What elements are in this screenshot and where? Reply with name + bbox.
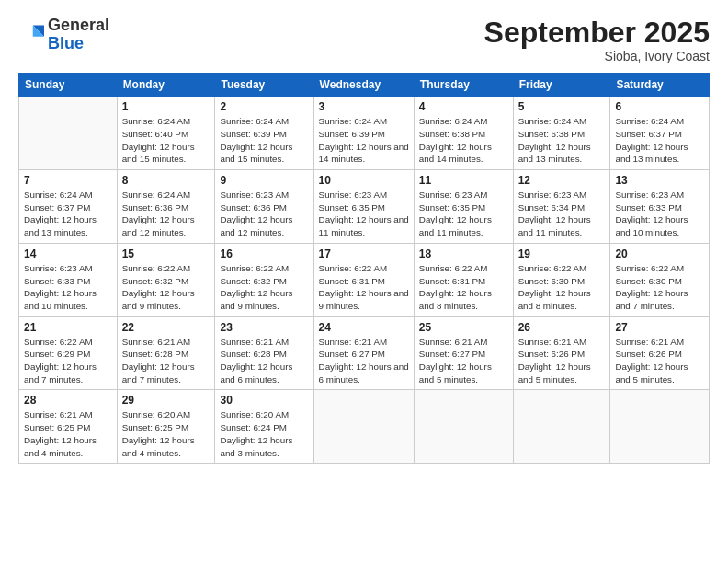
table-row: 28Sunrise: 6:21 AM Sunset: 6:25 PM Dayli… bbox=[19, 390, 118, 464]
table-row: 25Sunrise: 6:21 AM Sunset: 6:27 PM Dayli… bbox=[414, 316, 513, 390]
day-number: 11 bbox=[419, 174, 508, 187]
calendar-week-row: 7Sunrise: 6:24 AM Sunset: 6:37 PM Daylig… bbox=[19, 170, 710, 244]
day-info: Sunrise: 6:24 AM Sunset: 6:40 PM Dayligh… bbox=[122, 115, 210, 166]
table-row: 16Sunrise: 6:22 AM Sunset: 6:32 PM Dayli… bbox=[215, 243, 313, 316]
day-info: Sunrise: 6:21 AM Sunset: 6:28 PM Dayligh… bbox=[220, 336, 308, 386]
day-info: Sunrise: 6:23 AM Sunset: 6:33 PM Dayligh… bbox=[24, 262, 112, 313]
day-info: Sunrise: 6:22 AM Sunset: 6:30 PM Dayligh… bbox=[615, 262, 704, 313]
table-row: 3Sunrise: 6:24 AM Sunset: 6:39 PM Daylig… bbox=[313, 97, 414, 170]
day-number: 20 bbox=[615, 247, 704, 260]
day-info: Sunrise: 6:24 AM Sunset: 6:37 PM Dayligh… bbox=[24, 189, 112, 239]
day-number: 29 bbox=[122, 394, 210, 407]
col-saturday: Saturday bbox=[610, 74, 710, 97]
day-number: 3 bbox=[319, 100, 409, 113]
day-number: 7 bbox=[24, 174, 112, 187]
table-row: 26Sunrise: 6:21 AM Sunset: 6:26 PM Dayli… bbox=[513, 316, 610, 390]
day-info: Sunrise: 6:24 AM Sunset: 6:37 PM Dayligh… bbox=[615, 115, 704, 166]
table-row bbox=[313, 390, 414, 464]
calendar-header-row: Sunday Monday Tuesday Wednesday Thursday… bbox=[19, 74, 710, 97]
day-number: 27 bbox=[615, 321, 704, 334]
table-row bbox=[513, 390, 610, 464]
day-number: 2 bbox=[220, 100, 308, 113]
table-row: 5Sunrise: 6:24 AM Sunset: 6:38 PM Daylig… bbox=[513, 97, 610, 170]
logo: General Blue bbox=[18, 17, 109, 53]
day-number: 9 bbox=[220, 174, 308, 187]
logo-general-text: General bbox=[48, 17, 109, 35]
day-number: 15 bbox=[122, 247, 210, 260]
table-row: 27Sunrise: 6:21 AM Sunset: 6:26 PM Dayli… bbox=[610, 316, 710, 390]
table-row: 11Sunrise: 6:23 AM Sunset: 6:35 PM Dayli… bbox=[414, 170, 513, 244]
location: Sioba, Ivory Coast bbox=[484, 49, 710, 63]
day-number: 14 bbox=[24, 247, 112, 260]
day-number: 25 bbox=[419, 321, 508, 334]
table-row: 30Sunrise: 6:20 AM Sunset: 6:24 PM Dayli… bbox=[215, 390, 313, 464]
day-number: 16 bbox=[220, 247, 308, 260]
day-info: Sunrise: 6:23 AM Sunset: 6:33 PM Dayligh… bbox=[615, 189, 704, 239]
day-number: 18 bbox=[419, 247, 508, 260]
day-info: Sunrise: 6:23 AM Sunset: 6:35 PM Dayligh… bbox=[319, 189, 409, 239]
calendar-week-row: 21Sunrise: 6:22 AM Sunset: 6:29 PM Dayli… bbox=[19, 316, 710, 390]
day-number: 10 bbox=[319, 174, 409, 187]
day-number: 4 bbox=[419, 100, 508, 113]
table-row: 14Sunrise: 6:23 AM Sunset: 6:33 PM Dayli… bbox=[19, 243, 118, 316]
day-info: Sunrise: 6:20 AM Sunset: 6:24 PM Dayligh… bbox=[220, 408, 308, 459]
day-number: 26 bbox=[518, 321, 606, 334]
table-row bbox=[19, 97, 118, 170]
day-info: Sunrise: 6:21 AM Sunset: 6:26 PM Dayligh… bbox=[615, 336, 704, 386]
calendar-week-row: 14Sunrise: 6:23 AM Sunset: 6:33 PM Dayli… bbox=[19, 243, 710, 316]
day-info: Sunrise: 6:24 AM Sunset: 6:38 PM Dayligh… bbox=[518, 115, 606, 166]
table-row: 8Sunrise: 6:24 AM Sunset: 6:36 PM Daylig… bbox=[117, 170, 215, 244]
day-info: Sunrise: 6:22 AM Sunset: 6:31 PM Dayligh… bbox=[319, 262, 409, 313]
day-number: 8 bbox=[122, 174, 210, 187]
table-row: 24Sunrise: 6:21 AM Sunset: 6:27 PM Dayli… bbox=[313, 316, 414, 390]
table-row: 29Sunrise: 6:20 AM Sunset: 6:25 PM Dayli… bbox=[117, 390, 215, 464]
col-tuesday: Tuesday bbox=[215, 74, 313, 97]
day-info: Sunrise: 6:21 AM Sunset: 6:25 PM Dayligh… bbox=[24, 408, 112, 459]
day-info: Sunrise: 6:24 AM Sunset: 6:36 PM Dayligh… bbox=[122, 189, 210, 239]
logo-blue-text: Blue bbox=[48, 34, 84, 52]
day-info: Sunrise: 6:23 AM Sunset: 6:35 PM Dayligh… bbox=[419, 189, 508, 239]
table-row: 23Sunrise: 6:21 AM Sunset: 6:28 PM Dayli… bbox=[215, 316, 313, 390]
day-number: 21 bbox=[24, 321, 112, 334]
table-row: 6Sunrise: 6:24 AM Sunset: 6:37 PM Daylig… bbox=[610, 97, 710, 170]
table-row: 2Sunrise: 6:24 AM Sunset: 6:39 PM Daylig… bbox=[215, 97, 313, 170]
day-info: Sunrise: 6:24 AM Sunset: 6:39 PM Dayligh… bbox=[220, 115, 308, 166]
logo-icon bbox=[18, 22, 44, 48]
table-row: 22Sunrise: 6:21 AM Sunset: 6:28 PM Dayli… bbox=[117, 316, 215, 390]
table-row bbox=[610, 390, 710, 464]
day-info: Sunrise: 6:24 AM Sunset: 6:38 PM Dayligh… bbox=[419, 115, 508, 166]
day-info: Sunrise: 6:22 AM Sunset: 6:32 PM Dayligh… bbox=[220, 262, 308, 313]
day-number: 23 bbox=[220, 321, 308, 334]
table-row: 18Sunrise: 6:22 AM Sunset: 6:31 PM Dayli… bbox=[414, 243, 513, 316]
table-row: 20Sunrise: 6:22 AM Sunset: 6:30 PM Dayli… bbox=[610, 243, 710, 316]
day-number: 1 bbox=[122, 100, 210, 113]
col-sunday: Sunday bbox=[19, 74, 118, 97]
day-number: 28 bbox=[24, 394, 112, 407]
table-row: 19Sunrise: 6:22 AM Sunset: 6:30 PM Dayli… bbox=[513, 243, 610, 316]
calendar-week-row: 28Sunrise: 6:21 AM Sunset: 6:25 PM Dayli… bbox=[19, 390, 710, 464]
day-number: 30 bbox=[220, 394, 308, 407]
table-row: 17Sunrise: 6:22 AM Sunset: 6:31 PM Dayli… bbox=[313, 243, 414, 316]
day-info: Sunrise: 6:22 AM Sunset: 6:32 PM Dayligh… bbox=[122, 262, 210, 313]
day-info: Sunrise: 6:21 AM Sunset: 6:27 PM Dayligh… bbox=[319, 336, 409, 386]
day-info: Sunrise: 6:24 AM Sunset: 6:39 PM Dayligh… bbox=[319, 115, 409, 166]
table-row: 4Sunrise: 6:24 AM Sunset: 6:38 PM Daylig… bbox=[414, 97, 513, 170]
day-info: Sunrise: 6:20 AM Sunset: 6:25 PM Dayligh… bbox=[122, 408, 210, 459]
day-number: 24 bbox=[319, 321, 409, 334]
day-info: Sunrise: 6:22 AM Sunset: 6:29 PM Dayligh… bbox=[24, 336, 112, 386]
day-info: Sunrise: 6:21 AM Sunset: 6:27 PM Dayligh… bbox=[419, 336, 508, 386]
day-info: Sunrise: 6:21 AM Sunset: 6:26 PM Dayligh… bbox=[518, 336, 606, 386]
table-row: 21Sunrise: 6:22 AM Sunset: 6:29 PM Dayli… bbox=[19, 316, 118, 390]
table-row: 9Sunrise: 6:23 AM Sunset: 6:36 PM Daylig… bbox=[215, 170, 313, 244]
day-info: Sunrise: 6:23 AM Sunset: 6:34 PM Dayligh… bbox=[518, 189, 606, 239]
table-row bbox=[414, 390, 513, 464]
col-thursday: Thursday bbox=[414, 74, 513, 97]
day-number: 6 bbox=[615, 100, 704, 113]
day-info: Sunrise: 6:22 AM Sunset: 6:31 PM Dayligh… bbox=[419, 262, 508, 313]
day-number: 19 bbox=[518, 247, 606, 260]
day-info: Sunrise: 6:21 AM Sunset: 6:28 PM Dayligh… bbox=[122, 336, 210, 386]
table-row: 1Sunrise: 6:24 AM Sunset: 6:40 PM Daylig… bbox=[117, 97, 215, 170]
page-header: General Blue September 2025 Sioba, Ivory… bbox=[18, 17, 710, 63]
day-number: 17 bbox=[319, 247, 409, 260]
col-monday: Monday bbox=[117, 74, 215, 97]
